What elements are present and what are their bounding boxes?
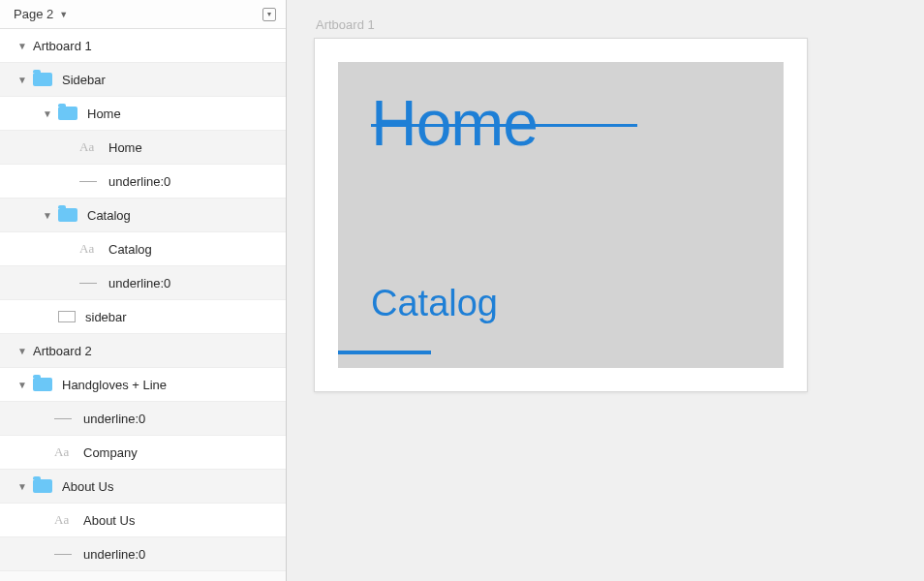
catalog-underline[interactable] [338,351,431,354]
layer-label: Handgloves + Line [62,378,167,392]
layer-row-artboard2[interactable]: ▼ Artboard 2 [0,334,286,368]
folder-icon [58,107,77,120]
canvas[interactable]: Artboard 1 Home Catalog [287,0,924,581]
text-layer-icon: Aa [54,512,74,528]
layer-label: Company [83,445,138,460]
layer-row-sidebar-rect[interactable]: sidebar [0,300,286,334]
dropdown-icon[interactable]: ▾ [262,8,276,21]
home-underline[interactable] [371,124,637,127]
layer-label: Home [87,107,121,121]
line-layer-icon [54,554,74,555]
layer-row-catalog-underline[interactable]: underline:0 [0,266,286,300]
artboard-title[interactable]: Artboard 1 [316,17,897,32]
folder-icon [33,479,52,493]
chevron-down-icon: ▼ [59,10,68,19]
folder-icon [58,208,77,222]
artboard-frame[interactable]: Home Catalog [314,38,808,392]
layer-row-home-text[interactable]: Aa Home [0,131,286,165]
disclosure-icon[interactable]: ▼ [43,108,52,119]
layer-label: Home [108,140,142,155]
rect-layer-icon [58,311,76,322]
layer-label: Catalog [87,208,131,223]
layer-label: underline:0 [108,276,170,290]
line-layer-icon [54,418,74,419]
text-layer-icon: Aa [54,444,74,460]
page-label: Page 2 [14,7,53,21]
disclosure-icon[interactable]: ▼ [17,346,27,356]
artboard-content[interactable]: Home Catalog [338,62,784,368]
text-layer-icon: Aa [79,241,99,257]
layer-row-sidebar[interactable]: ▼ Sidebar [0,63,286,97]
layer-row-aboutus-text[interactable]: Aa About Us [0,504,286,537]
layer-row-hg-underline[interactable]: underline:0 [0,402,286,436]
layer-label: About Us [83,513,135,528]
layer-label: underline:0 [83,412,145,426]
layer-label: Sidebar [62,73,106,87]
disclosure-icon[interactable]: ▼ [17,380,27,390]
layer-row-aboutus-folder[interactable]: ▼ About Us [0,470,286,504]
nav-home[interactable]: Home [371,91,538,155]
folder-icon [33,73,52,86]
folder-icon [33,378,52,391]
layer-row-catalog-text[interactable]: Aa Catalog [0,232,286,266]
layer-label: underline:0 [83,547,145,562]
disclosure-icon[interactable]: ▼ [43,210,52,221]
layer-row-home-folder[interactable]: ▼ Home [0,97,286,131]
layer-label: Catalog [108,242,152,257]
layers-panel: Page 2 ▼ ▾ ▼ Artboard 1 ▼ Sidebar ▼ Home… [0,0,287,581]
disclosure-icon[interactable]: ▼ [17,41,27,51]
layer-row-catalog-folder[interactable]: ▼ Catalog [0,199,286,232]
text-layer-icon: Aa [79,139,99,155]
layer-label: sidebar [85,310,127,324]
page-selector[interactable]: Page 2 ▼ [14,7,68,21]
layer-label: Artboard 2 [33,344,92,358]
line-layer-icon [79,181,99,182]
layer-row-artboard1[interactable]: ▼ Artboard 1 [0,29,286,63]
nav-catalog[interactable]: Catalog [371,285,498,321]
line-layer-icon [79,283,99,284]
layer-label: Artboard 1 [33,39,92,53]
disclosure-icon[interactable]: ▼ [17,75,27,85]
layer-row-aboutus-underline[interactable]: underline:0 [0,537,286,571]
disclosure-icon[interactable]: ▼ [17,481,27,492]
nav-home-text: Home [371,87,538,159]
layer-label: About Us [62,479,113,494]
layer-row-handgloves[interactable]: ▼ Handgloves + Line [0,368,286,402]
nav-catalog-text: Catalog [371,283,498,323]
layer-row-company[interactable]: Aa Company [0,436,286,470]
layer-label: underline:0 [108,174,170,189]
layers-tree: ▼ Artboard 1 ▼ Sidebar ▼ Home Aa Home un… [0,29,286,581]
panel-header: Page 2 ▼ ▾ [0,0,286,29]
layer-row-home-underline[interactable]: underline:0 [0,165,286,199]
